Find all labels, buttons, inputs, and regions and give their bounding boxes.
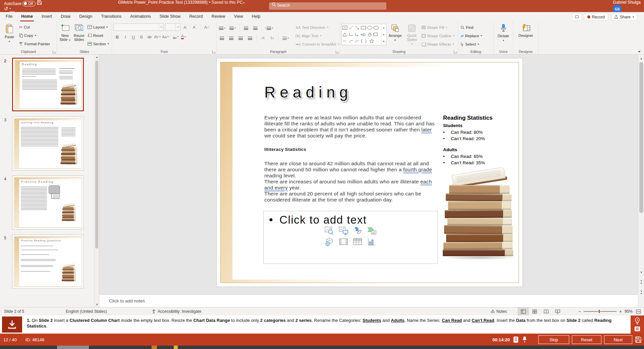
bold-button[interactable]: B <box>113 33 121 41</box>
notes-toggle-button[interactable]: Notes <box>490 307 507 315</box>
align-left-button[interactable] <box>218 35 226 42</box>
designer-button[interactable]: Designer <box>518 22 534 48</box>
reading-view-button[interactable] <box>540 307 552 315</box>
change-case-button[interactable]: Aa <box>162 33 169 41</box>
tab-record[interactable]: Record <box>185 12 207 21</box>
shape-outline-button[interactable]: Shape Outline <box>421 32 456 40</box>
pictures-icon[interactable] <box>338 226 348 235</box>
tab-home[interactable]: Home <box>17 12 37 21</box>
reuse-slides-button[interactable]: Reuse Slides <box>72 22 86 48</box>
text-shadow-button[interactable]: ab <box>146 33 153 41</box>
copy-button[interactable]: Copy <box>18 32 51 39</box>
saved-status[interactable]: • Saved to this PC <box>209 0 245 5</box>
shape-fill-button[interactable]: Shape Fill <box>421 24 456 32</box>
language-status[interactable]: English (United States) <box>66 307 107 315</box>
numbering-button[interactable] <box>228 24 237 32</box>
3d-models-icon[interactable] <box>324 237 334 246</box>
section-button[interactable]: Section <box>87 40 110 48</box>
scroll-up-icon[interactable]: ▲ <box>638 55 644 61</box>
zoom-level[interactable]: 95% <box>625 307 633 315</box>
shape-effects-button[interactable]: Shape Effects <box>421 40 456 48</box>
italic-button[interactable]: I <box>121 33 129 41</box>
increase-font-size-button[interactable]: Aˆ <box>182 23 190 31</box>
save-progress-icon[interactable] <box>635 336 642 343</box>
normal-view-button[interactable] <box>518 307 529 315</box>
content-placeholder[interactable]: •Click to add text <box>263 211 438 264</box>
underline-button[interactable]: U <box>129 33 137 41</box>
paste-button[interactable]: Paste <box>1 22 17 48</box>
align-center-button[interactable] <box>227 35 235 42</box>
arrange-button[interactable]: Arrange <box>387 22 403 48</box>
slide-body-text[interactable]: Every year there are at least two millio… <box>264 115 439 203</box>
font-dialog-launcher-icon[interactable] <box>212 50 215 53</box>
layout-button[interactable]: Layout <box>87 23 110 31</box>
paragraph-dialog-launcher-icon[interactable] <box>336 50 339 53</box>
tab-slide-show[interactable]: Slide Show <box>155 12 185 21</box>
fit-to-window-button[interactable] <box>636 307 641 315</box>
slide-thumbnail-2[interactable]: Reading <box>12 58 84 111</box>
tab-review[interactable]: Review <box>207 12 230 21</box>
slide-thumbnail-4[interactable]: Practice Reading <box>12 176 84 229</box>
zoom-slider-thumb[interactable] <box>598 309 600 313</box>
comments-button[interactable] <box>572 13 582 21</box>
notes-pane[interactable]: Click to add notes <box>99 294 638 307</box>
highlight-color-button[interactable]: ✎ <box>172 33 179 41</box>
tab-transitions[interactable]: Transitions <box>97 12 126 21</box>
scrollbar-thumb[interactable] <box>639 62 643 213</box>
tab-draw[interactable]: Draw <box>56 12 75 21</box>
vertical-scrollbar[interactable]: ▲ ▼ ▲▲ ▼▼ <box>638 55 644 307</box>
undo-button[interactable]: ↺ <box>4 6 42 11</box>
shapes-gallery[interactable]: A <box>341 24 386 45</box>
select-button[interactable]: Select <box>460 40 483 48</box>
decrease-indent-button[interactable] <box>242 24 250 32</box>
reset-button-gmetrix[interactable]: Reset <box>572 335 601 344</box>
find-button[interactable]: Find <box>460 24 483 32</box>
align-text-button[interactable]: [⇅]Align Text <box>294 32 340 40</box>
stock-images-icon[interactable] <box>324 226 334 235</box>
reset-button[interactable]: Reset <box>87 32 110 39</box>
autosave-toggle[interactable]: Off <box>22 1 36 6</box>
new-slide-button[interactable]: New Slide <box>58 22 72 48</box>
record-button[interactable]: Record <box>584 13 608 21</box>
slide-thumbnail-3[interactable]: Getting into Reading <box>12 117 84 170</box>
thumbnail-scrollbar[interactable]: ▲ ▼ <box>94 55 99 307</box>
question-list-icon[interactable] <box>513 336 519 343</box>
tab-file[interactable]: File <box>1 12 17 21</box>
smartart-icon[interactable] <box>367 226 377 235</box>
chart-icon[interactable] <box>367 237 377 246</box>
strikethrough-button[interactable]: S <box>138 33 145 41</box>
shapes-gallery-scroll[interactable]: ▲▼▼̲ <box>381 24 386 45</box>
zoom-in-button[interactable]: + <box>619 307 622 315</box>
clear-formatting-button[interactable]: A◇ <box>203 23 211 31</box>
table-icon[interactable] <box>353 237 363 246</box>
hint-lightbulb-icon[interactable] <box>635 317 640 325</box>
rtl-button[interactable]: ¶< <box>268 35 276 42</box>
columns-button[interactable] <box>281 35 290 42</box>
convert-smartart-button[interactable]: ⮕≣Convert to SmartArt <box>294 40 340 48</box>
icons-icon[interactable] <box>353 226 363 235</box>
line-spacing-button[interactable]: ↕ <box>264 24 274 32</box>
video-icon[interactable] <box>338 237 348 246</box>
slide-sorter-view-button[interactable] <box>529 307 540 315</box>
font-size-combo[interactable] <box>165 23 180 31</box>
zoom-out-button[interactable]: − <box>578 307 581 315</box>
format-painter-button[interactable]: Format Painter <box>18 40 51 48</box>
bullets-button[interactable] <box>218 24 227 32</box>
zoom-slider[interactable] <box>584 311 616 312</box>
tab-insert[interactable]: Insert <box>37 12 56 21</box>
tab-animations[interactable]: Animations <box>126 12 155 21</box>
accessibility-status[interactable]: Accessibility: Investigate <box>152 307 201 315</box>
tab-design[interactable]: Design <box>75 12 97 21</box>
increase-indent-button[interactable] <box>252 24 259 32</box>
cut-button[interactable]: ✂Cut <box>18 23 51 31</box>
align-right-button[interactable] <box>237 35 245 42</box>
scroll-down-icon[interactable]: ▼ <box>638 269 644 275</box>
collapse-ribbon-icon[interactable] <box>638 51 641 53</box>
text-direction-button[interactable]: ⇅AText Direction <box>294 24 340 32</box>
next-button[interactable]: Next <box>604 335 632 344</box>
tab-help[interactable]: Help <box>247 12 265 21</box>
dictate-button[interactable]: Dictate <box>495 22 512 48</box>
share-button[interactable]: Share <box>611 13 637 21</box>
font-color-button[interactable]: A <box>180 33 187 41</box>
replace-button[interactable]: ⇄Replace <box>460 32 483 40</box>
